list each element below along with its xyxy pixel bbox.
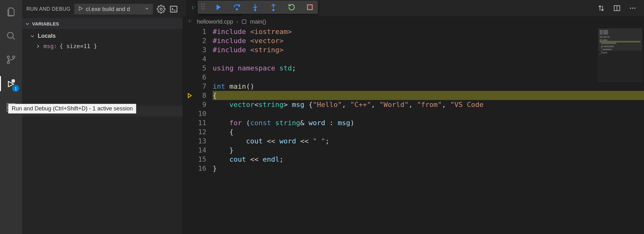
svg-text:C⁺: C⁺	[192, 6, 196, 10]
locals-label: Locals	[38, 33, 56, 39]
chevron-right-icon	[35, 43, 41, 49]
activity-bar: 1	[0, 0, 22, 234]
cpp-file-icon: C⁺	[191, 4, 198, 12]
chevron-down-icon	[144, 6, 149, 13]
files-icon	[6, 7, 16, 17]
debug-console-button[interactable]	[169, 5, 178, 14]
stop-button[interactable]	[305, 3, 315, 12]
panel-header: RUN AND DEBUG cl.exe build and d	[22, 0, 182, 18]
variable-msg[interactable]: msg: { size=11 }	[30, 41, 182, 51]
breadcrumb[interactable]: C⁺ helloworld.cpp › main()	[182, 16, 644, 27]
debug-config-name: cl.exe build and d	[86, 6, 142, 13]
variables-section-header[interactable]: VARIABLES	[22, 18, 182, 29]
svg-text:C⁺: C⁺	[189, 19, 193, 23]
svg-point-2	[7, 61, 9, 64]
svg-rect-27	[307, 5, 312, 9]
current-line-glyph-icon	[187, 92, 193, 99]
svg-point-20	[201, 6, 202, 7]
variables-body: Locals msg: { size=11 }	[22, 29, 182, 53]
editor-area: C⁺ helloworld.cpp C⁺ helloworld.cpp › ma…	[182, 0, 644, 234]
restart-icon	[288, 3, 296, 11]
terminal-icon	[169, 5, 178, 14]
restart-button[interactable]	[287, 3, 296, 12]
activity-search[interactable]	[3, 28, 19, 43]
svg-point-21	[204, 6, 204, 7]
svg-point-15	[634, 8, 636, 9]
minimap[interactable]: ████ ██████████ ██████████ ██████ ████ █…	[598, 28, 642, 82]
step-over-icon	[233, 3, 241, 11]
activity-run-debug[interactable]: 1	[3, 76, 19, 91]
svg-point-23	[204, 8, 204, 9]
continue-icon	[215, 3, 223, 11]
ellipsis-icon	[629, 4, 636, 12]
glyph-margin	[182, 27, 195, 234]
branch-icon	[6, 54, 16, 65]
svg-point-22	[201, 8, 202, 9]
code-editor[interactable]: 12345678910111213141516 #include <iostre…	[182, 27, 644, 234]
svg-point-9	[160, 8, 162, 10]
svg-point-24	[236, 8, 238, 10]
play-icon	[78, 6, 83, 13]
svg-point-19	[204, 3, 204, 4]
breadcrumb-file: helloworld.cpp	[197, 19, 233, 25]
symbol-method-icon	[241, 19, 247, 25]
activity-source-control[interactable]	[3, 52, 19, 67]
svg-point-14	[632, 8, 633, 9]
step-out-button[interactable]	[269, 3, 278, 12]
split-editor-button[interactable]	[613, 4, 621, 13]
compare-changes-button[interactable]	[597, 4, 606, 13]
activity-tooltip: Run and Debug (Ctrl+Shift+D) - 1 active …	[8, 104, 136, 114]
step-out-icon	[269, 3, 277, 11]
code-content[interactable]: #include <iostream>#include <vector>#inc…	[213, 27, 644, 234]
tabbar-actions	[597, 4, 644, 13]
split-icon	[613, 4, 621, 12]
debug-toolbar[interactable]	[198, 1, 318, 14]
debug-config-selector[interactable]: cl.exe build and d	[74, 4, 153, 14]
more-actions-button[interactable]	[628, 4, 637, 13]
panel-title: RUN AND DEBUG	[26, 6, 70, 12]
variable-value: { size=11 }	[59, 43, 97, 49]
svg-point-0	[8, 32, 13, 38]
debug-side-panel: RUN AND DEBUG cl.exe build and d VARIABL…	[22, 0, 182, 234]
chevron-right-icon: ›	[236, 19, 238, 25]
variables-label: VARIABLES	[32, 21, 59, 26]
svg-rect-17	[242, 20, 246, 24]
stop-icon	[306, 3, 314, 11]
svg-point-1	[7, 56, 9, 58]
svg-point-25	[255, 9, 256, 11]
search-icon	[6, 31, 16, 41]
debug-badge: 1	[12, 85, 19, 92]
continue-button[interactable]	[214, 3, 223, 12]
locals-scope[interactable]: Locals	[30, 31, 182, 41]
gear-icon	[157, 5, 165, 14]
chevron-down-icon	[25, 21, 30, 27]
svg-rect-10	[171, 6, 177, 12]
line-numbers: 12345678910111213141516	[195, 27, 213, 234]
chevron-down-icon	[30, 33, 35, 39]
step-over-button[interactable]	[232, 3, 242, 12]
svg-point-3	[13, 56, 15, 58]
step-into-icon	[251, 3, 259, 11]
svg-point-18	[201, 3, 202, 4]
svg-point-26	[273, 9, 274, 11]
settings-gear-button[interactable]	[157, 5, 165, 14]
drag-handle-icon[interactable]	[201, 3, 205, 12]
activity-explorer[interactable]	[3, 4, 19, 20]
variable-name: msg:	[43, 43, 57, 49]
cpp-file-icon: C⁺	[188, 18, 194, 25]
breadcrumb-symbol: main()	[250, 19, 266, 25]
svg-point-13	[630, 8, 631, 9]
step-into-button[interactable]	[250, 3, 260, 12]
compare-icon	[597, 4, 605, 12]
